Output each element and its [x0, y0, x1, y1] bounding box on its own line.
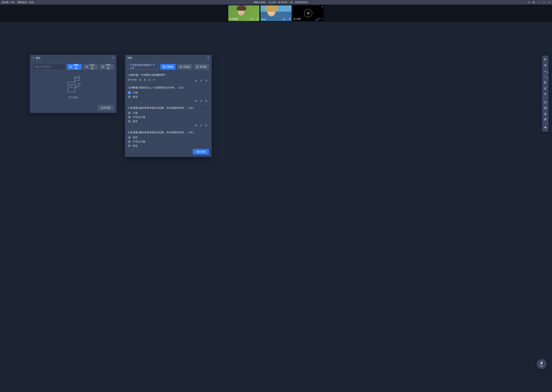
option-row[interactable]: A正确 [128, 111, 208, 115]
svg-rect-0 [528, 2, 529, 3]
minimize-icon[interactable] [537, 1, 540, 4]
svg-rect-7 [257, 18, 258, 19]
close-icon[interactable] [207, 56, 209, 59]
bell-icon[interactable] [543, 125, 548, 130]
top-status-bar: 丢包率：0% 网络状态：良好 神秘大自然 已上课：02:34:09 ID：202… [0, 0, 552, 5]
quiz-name-input[interactable]: 产品说试卷名称最多十六个字 [128, 64, 159, 70]
svg-point-39 [545, 93, 546, 94]
svg-point-25 [77, 78, 77, 78]
maximize-icon[interactable] [542, 1, 545, 4]
option-letter: A [128, 111, 131, 115]
save-quiz-button[interactable]: 保存试卷 [98, 105, 114, 111]
delete-question-icon[interactable] [205, 99, 208, 102]
question-block: 1 [简答题] 一年四季分别是哪四季？参考答案：春、夏、秋、冬 [128, 72, 208, 84]
edit-question-icon[interactable] [200, 99, 203, 102]
edit-question-icon[interactable] [200, 79, 203, 82]
back-icon[interactable] [32, 57, 35, 59]
packet-loss: 丢包率：0% [2, 1, 14, 4]
video-strip: 叮当老师 × Nina × 王小明 [0, 5, 552, 22]
video-close-icon[interactable]: × [322, 6, 323, 8]
record-icon[interactable] [527, 1, 530, 4]
add-judge-button[interactable]: 判断题 [67, 64, 82, 70]
svg-point-26 [78, 78, 79, 78]
hand-raise-button[interactable]: 0/2 [537, 359, 547, 369]
close-window-icon[interactable] [547, 1, 550, 4]
add-choice-button[interactable]: 选择题 [83, 64, 98, 70]
mic-muted-icon [319, 18, 320, 21]
scissors-tool-icon[interactable] [543, 80, 548, 85]
hand-icon [540, 361, 543, 365]
svg-point-10 [283, 19, 284, 19]
signal-icon [315, 18, 318, 21]
question-title: 4 [多选题] 施华洛世奇是反华品牌，所以梁鼎琪反华。（2分） [128, 131, 208, 134]
option-letter: B [128, 115, 131, 119]
save-quiz-button[interactable]: 保存试卷 [193, 149, 209, 155]
option-text: 不完全正确 [133, 140, 145, 143]
option-row[interactable]: A正确 [128, 91, 208, 94]
add-short-answer-button[interactable]: T 简答题 [194, 64, 209, 70]
folder-icon[interactable] [543, 100, 548, 105]
chat-icon[interactable] [543, 117, 548, 122]
brightness-tool-icon[interactable] [543, 91, 548, 97]
quiz-name-input[interactable] [33, 64, 65, 70]
lesson-title: 神秘大自然 [254, 1, 265, 4]
dialog-title: 测验 [36, 56, 112, 60]
eraser-tool-icon[interactable] [543, 86, 548, 91]
svg-point-1 [533, 2, 534, 3]
video-name: 叮当老师 [229, 17, 238, 21]
option-row[interactable]: B不完全正确 [128, 115, 208, 119]
svg-point-51 [545, 119, 545, 119]
svg-rect-15 [322, 18, 322, 19]
question-block: 3 [单选题] 施华洛世奇是反华品牌，所以梁鼎琪反华。（2分）A正确B不完全正确… [128, 105, 208, 129]
move-tool-icon[interactable] [543, 63, 548, 68]
quiz-dialog-filled: 测验 产品说试卷名称最多十六个字 判断题 选择题 T 简答题 1 [简答题] 一… [125, 55, 212, 157]
option-letter: C [128, 120, 131, 123]
move-question-icon[interactable] [195, 99, 198, 102]
camera-off-icon [304, 9, 312, 17]
edit-question-icon[interactable] [200, 124, 203, 127]
svg-point-38 [544, 83, 545, 84]
svg-point-49 [545, 113, 546, 114]
toolbox-icon[interactable] [543, 105, 548, 111]
video-tile-student[interactable]: × Nina [261, 5, 291, 21]
text-tool-icon[interactable]: T [543, 74, 548, 79]
video-tile-teacher[interactable]: 叮当老师 [228, 5, 259, 21]
option-text: 正确 [133, 91, 138, 94]
settings-icon[interactable] [532, 1, 535, 4]
pen-tool-icon[interactable] [543, 69, 548, 73]
session-id: ID：2020070324 [290, 1, 308, 4]
svg-point-24 [76, 78, 76, 78]
option-row[interactable]: B不完全正确 [128, 140, 208, 143]
option-row[interactable]: B错误 [128, 95, 208, 98]
delete-question-icon[interactable] [205, 124, 208, 127]
option-row[interactable]: C错误 [128, 120, 208, 123]
question-title: 3 [单选题] 施华洛世奇是反华品牌，所以梁鼎琪反华。（2分） [128, 106, 208, 110]
user-icon[interactable] [543, 111, 548, 116]
close-icon[interactable] [112, 56, 114, 59]
video-name: 王小明 [293, 17, 300, 21]
option-letter: C [128, 144, 131, 147]
empty-text: 暂无试题 [69, 96, 78, 99]
option-row[interactable]: C错误 [128, 144, 208, 147]
signal-icon [253, 18, 256, 21]
svg-point-50 [545, 119, 545, 119]
move-question-icon[interactable] [195, 79, 198, 82]
question-block: 4 [多选题] 施华洛世奇是反华品牌，所以梁鼎琪反华。（2分）A是的B不完全正确… [128, 129, 208, 147]
option-row[interactable]: A是的 [128, 136, 208, 139]
add-judge-button[interactable]: 判断题 [160, 64, 175, 70]
move-question-icon[interactable] [195, 124, 198, 127]
cursor-tool-icon[interactable] [543, 57, 548, 62]
option-text: 错误 [133, 120, 138, 123]
option-letter: A [128, 91, 131, 94]
delete-question-icon[interactable] [205, 79, 208, 82]
question-list[interactable]: 1 [简答题] 一年四季分别是哪四季？参考答案：春、夏、秋、冬2 [判断题] 我… [128, 72, 209, 147]
option-text: 正确 [133, 112, 138, 115]
option-letter: B [128, 95, 131, 98]
add-choice-button[interactable]: 选择题 [177, 64, 192, 70]
add-short-answer-button[interactable]: T 简答题 [99, 64, 114, 70]
video-close-icon[interactable]: × [290, 6, 291, 8]
video-tile-camera-off[interactable]: × 王小明 [293, 5, 324, 21]
svg-point-37 [544, 82, 545, 82]
svg-rect-11 [290, 18, 290, 19]
hand-raise-count: 0/2 [540, 365, 543, 367]
